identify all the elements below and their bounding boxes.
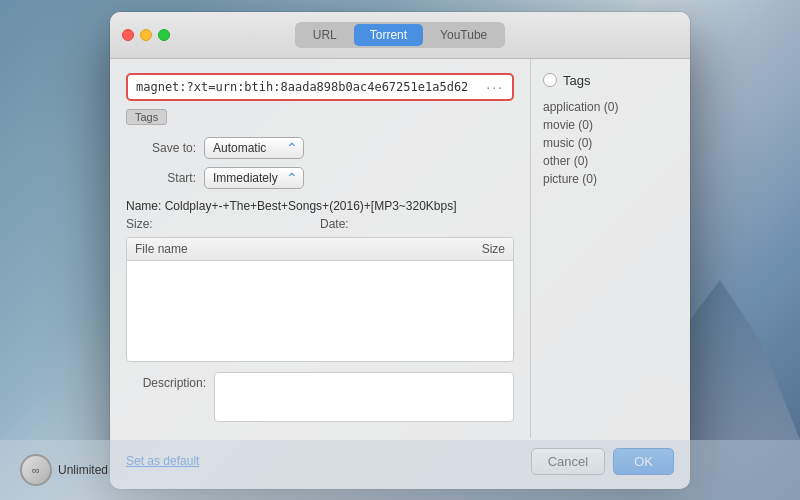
tab-torrent[interactable]: Torrent (354, 24, 423, 46)
list-item[interactable]: application (0) (543, 98, 678, 116)
tag-list: application (0) movie (0) music (0) othe… (543, 98, 678, 188)
date-label: Date: (320, 217, 514, 231)
url-input-container[interactable]: ··· (126, 73, 514, 101)
description-label: Description: (126, 372, 206, 390)
file-name-column-header: File name (135, 242, 425, 256)
size-label: Size: (126, 217, 320, 231)
unlimited-label: Unlimited (58, 463, 108, 477)
close-button[interactable] (122, 29, 134, 41)
size-date-row: Size: Date: (126, 217, 514, 231)
tab-group: URL Torrent YouTube (295, 22, 506, 48)
list-item[interactable]: picture (0) (543, 170, 678, 188)
file-table-body (127, 261, 513, 361)
list-item[interactable]: movie (0) (543, 116, 678, 134)
name-value: Coldplay+-+The+Best+Songs+(2016)+[MP3~32… (165, 199, 457, 213)
name-prefix-label: Name: (126, 199, 161, 213)
minimize-button[interactable] (140, 29, 152, 41)
list-item[interactable]: music (0) (543, 134, 678, 152)
dialog-modal: URL Torrent YouTube ··· Tags S (110, 12, 690, 489)
desktop: URL Torrent YouTube ··· Tags S (0, 0, 800, 500)
file-table-header: File name Size (127, 238, 513, 261)
left-panel: ··· Tags Save to: Automatic ⌃ (110, 59, 530, 438)
save-to-label: Save to: (126, 141, 196, 155)
tags-radio-label: Tags (563, 73, 590, 88)
start-label: Start: (126, 171, 196, 185)
description-textarea[interactable] (214, 372, 514, 422)
start-row: Start: Immediately ⌃ (126, 167, 514, 189)
right-panel: Tags application (0) movie (0) music (0)… (530, 59, 690, 438)
unlimited-icon-circle: ∞ (20, 454, 52, 486)
tab-youtube[interactable]: YouTube (424, 24, 503, 46)
unlimited-indicator: ∞ Unlimited (20, 454, 108, 486)
title-bar: URL Torrent YouTube (110, 12, 690, 59)
start-select-container: Immediately ⌃ (204, 167, 304, 189)
url-dots-icon: ··· (486, 79, 504, 95)
tags-badge[interactable]: Tags (126, 109, 167, 125)
save-to-row: Save to: Automatic ⌃ (126, 137, 514, 159)
save-to-select-container: Automatic ⌃ (204, 137, 304, 159)
list-item[interactable]: other (0) (543, 152, 678, 170)
file-table: File name Size (126, 237, 514, 362)
description-row: Description: (126, 372, 514, 422)
bottom-bar: ∞ Unlimited (0, 440, 800, 500)
tags-radio-button[interactable] (543, 73, 557, 87)
torrent-name: Name: Coldplay+-+The+Best+Songs+(2016)+[… (126, 199, 514, 213)
save-to-select[interactable]: Automatic (204, 137, 304, 159)
info-section: Name: Coldplay+-+The+Best+Songs+(2016)+[… (126, 199, 514, 231)
maximize-button[interactable] (158, 29, 170, 41)
tab-url[interactable]: URL (297, 24, 353, 46)
tags-radio-row: Tags (543, 73, 678, 88)
tags-row: Tags (126, 109, 514, 125)
start-select[interactable]: Immediately (204, 167, 304, 189)
file-size-column-header: Size (425, 242, 505, 256)
modal-content: ··· Tags Save to: Automatic ⌃ (110, 59, 690, 438)
magnet-url-input[interactable] (136, 80, 482, 94)
traffic-lights (122, 29, 170, 41)
